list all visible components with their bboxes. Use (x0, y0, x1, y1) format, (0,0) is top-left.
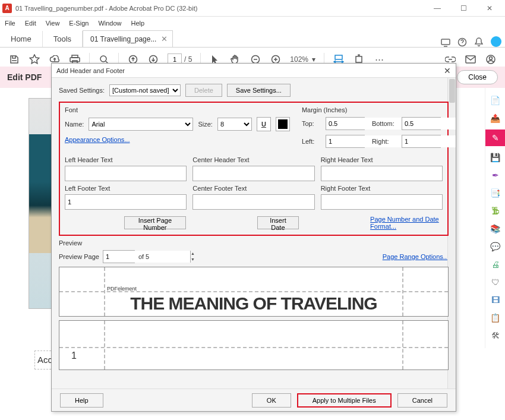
protect-icon[interactable]: 🛡 (489, 276, 502, 289)
color-button[interactable] (276, 117, 290, 131)
margin-left-input[interactable]: ▲▼ (326, 135, 365, 148)
tab-file-label: 01 Travelling_page... (90, 35, 156, 43)
minimize-button[interactable]: — (424, 1, 450, 16)
highlighted-settings-area: Font Name: Arial Size: 8 U Appearance Op… (59, 102, 449, 236)
export-pdf-icon[interactable]: 📤 (489, 112, 502, 125)
insert-date-button[interactable]: Insert Date (257, 216, 299, 229)
center-header-input[interactable] (192, 166, 314, 181)
preview-page-input[interactable]: ▲▼ (103, 250, 135, 263)
tab-home[interactable]: Home (0, 31, 43, 47)
form-icon[interactable]: 📋 (489, 311, 502, 324)
margin-bottom-label: Bottom: (372, 120, 398, 127)
close-edit-button[interactable]: Close (457, 70, 498, 84)
appearance-options-link[interactable]: Appearance Options... (65, 136, 290, 143)
left-header-input[interactable] (65, 166, 187, 181)
create-pdf-icon[interactable]: 📄 (489, 94, 502, 107)
zoom-select[interactable]: 102% ▾ (290, 55, 315, 64)
insert-page-number-button[interactable]: Insert Page Number (124, 216, 186, 229)
menu-edit[interactable]: Edit (25, 20, 36, 27)
page-range-link[interactable]: Page Range Options... (383, 253, 449, 260)
help-button[interactable]: Help (60, 393, 103, 408)
organize-icon[interactable]: 📑 (489, 187, 502, 200)
app-icon: A (2, 4, 12, 13)
dialog-close-icon[interactable]: ✕ (444, 66, 451, 75)
save-icon[interactable] (8, 55, 20, 64)
comment-icon[interactable]: 💬 (489, 240, 502, 253)
menu-help[interactable]: Help (131, 20, 145, 27)
font-size-select[interactable]: 8 (217, 118, 252, 131)
preview-footer-box: 1 (59, 320, 449, 370)
margin-top-input[interactable]: ▲▼ (326, 117, 365, 130)
left-footer-label: Left Footer Text (65, 185, 187, 192)
cancel-button[interactable]: Cancel (397, 393, 447, 408)
right-header-label: Right Header Text (321, 156, 443, 163)
date-format-link[interactable]: Page Number and Date Format... (370, 216, 443, 230)
menu-bar: File Edit View E-Sign Window Help (0, 17, 505, 30)
main-tabs: Home Tools 01 Travelling_page... ✕ (0, 30, 505, 48)
tab-tools[interactable]: Tools (43, 31, 83, 47)
margin-bottom-input[interactable]: ▲▼ (402, 117, 441, 130)
cloud-upload-icon[interactable] (49, 55, 61, 64)
preview-header-big: THE MEANING OF TRAVELING (59, 292, 448, 315)
menu-esign[interactable]: E-Sign (69, 20, 89, 27)
right-header-input[interactable] (321, 166, 443, 181)
saved-settings-select[interactable]: [Custom-not saved] (109, 84, 181, 96)
tab-file[interactable]: 01 Travelling_page... ✕ (83, 30, 173, 47)
right-footer-label: Right Footer Text (321, 185, 443, 192)
mail-icon[interactable] (465, 55, 476, 64)
center-footer-input[interactable] (192, 194, 314, 210)
center-footer-label: Center Footer Text (192, 185, 314, 192)
bell-icon[interactable] (471, 37, 487, 47)
right-toolbar: 📄 📤 ✎ 💾 ✒ 📑 🗜 📚 💬 🖨 🛡 🎞 📋 🛠 (485, 88, 505, 348)
star-icon[interactable] (29, 54, 40, 65)
close-tab-icon[interactable]: ✕ (161, 34, 168, 43)
preview-header-box: PDFelement THE MEANING OF TRAVELING (59, 267, 449, 317)
window-title: 01 Travelling_pagenumber.pdf - Adobe Acr… (15, 5, 424, 12)
media-icon[interactable]: 🎞 (489, 293, 502, 307)
margin-right-label: Right: (372, 138, 398, 145)
apply-multiple-button[interactable]: Apply to Multiple Files (297, 393, 392, 408)
page-thumbnail (29, 98, 52, 309)
font-name-label: Name: (65, 121, 84, 128)
sign-icon[interactable]: ✒ (489, 169, 502, 182)
help-icon[interactable] (454, 37, 471, 47)
preview-header-tiny: PDFelement (107, 286, 137, 292)
dialog-titlebar: Add Header and Footer ✕ (52, 64, 456, 78)
more-tools-icon[interactable]: 🛠 (489, 329, 502, 342)
font-name-select[interactable]: Arial (89, 118, 193, 131)
margin-right-input[interactable]: ▲▼ (402, 135, 441, 148)
close-window-button[interactable]: ✕ (476, 1, 503, 16)
ok-button[interactable]: OK (252, 393, 291, 408)
svg-rect-11 (356, 56, 362, 62)
margin-left-label: Left: (302, 138, 322, 145)
profile-icon[interactable] (485, 55, 497, 64)
svg-point-5 (100, 56, 106, 62)
compress-icon[interactable]: 🗜 (489, 204, 502, 217)
left-footer-input[interactable] (65, 194, 187, 210)
underline-button[interactable]: U (257, 117, 271, 131)
maximize-button[interactable]: ☐ (450, 1, 476, 16)
save-settings-button[interactable]: Save Settings... (227, 84, 291, 97)
svg-rect-12 (466, 56, 475, 63)
scan-icon[interactable]: 🖨 (489, 258, 502, 271)
margin-heading: Margin (Inches) (302, 106, 443, 113)
menu-window[interactable]: Window (98, 20, 121, 27)
link-icon[interactable] (444, 56, 456, 62)
save-tool-icon[interactable]: 💾 (489, 151, 502, 164)
delete-button[interactable]: Delete (185, 84, 222, 97)
left-header-label: Left Header Text (65, 156, 187, 163)
page-total: / 5 (184, 55, 192, 64)
svg-rect-3 (70, 58, 80, 62)
dialog-footer: Help OK Apply to Multiple Files Cancel (52, 389, 456, 411)
right-footer-input[interactable] (321, 194, 443, 210)
edit-pdf-icon[interactable]: ✎ (485, 130, 506, 146)
device-icon[interactable] (437, 39, 454, 47)
menu-file[interactable]: File (5, 20, 15, 27)
menu-view[interactable]: View (46, 20, 60, 27)
margin-top-label: Top: (302, 120, 322, 127)
avatar[interactable] (491, 36, 501, 47)
edit-pdf-label: Edit PDF (7, 72, 42, 82)
combine-icon[interactable]: 📚 (489, 222, 502, 235)
dialog-title: Add Header and Footer (56, 67, 125, 74)
preview-page-label: Preview Page (59, 253, 99, 260)
